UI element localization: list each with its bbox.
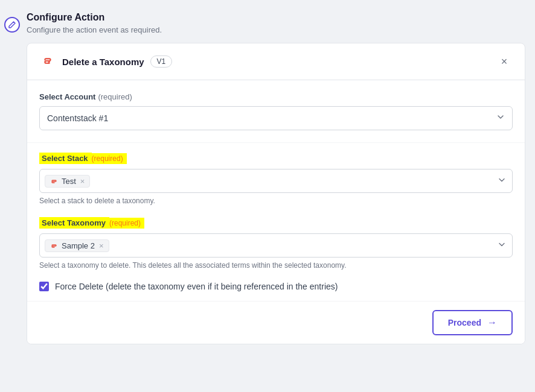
stack-tag-icon: [50, 177, 59, 185]
proceed-arrow-icon: →: [487, 317, 497, 328]
card-header: Delete a Taxonomy V1 ×: [27, 43, 525, 80]
page-title: Configure Action: [27, 12, 525, 23]
card-app-name: Delete a Taxonomy: [62, 57, 144, 67]
stack-hint: Select a stack to delete a taxonomy.: [39, 197, 513, 205]
stack-tag-close[interactable]: ×: [80, 177, 85, 185]
configure-card: Delete a Taxonomy V1 × Select Account(re…: [27, 43, 525, 344]
stack-tag-input[interactable]: Test ×: [39, 169, 513, 193]
stack-select-wrapper: Test ×: [39, 169, 513, 193]
stack-form-group: Select Stack(required) Test ×: [39, 153, 513, 205]
main-content: Configure Action Configure the action ev…: [24, 6, 535, 350]
force-delete-checkbox[interactable]: [39, 282, 49, 291]
app-logo-icon: [40, 54, 55, 69]
taxonomy-label: Select Taxonomy: [39, 217, 109, 229]
proceed-button[interactable]: Proceed →: [432, 310, 513, 335]
stack-required: (required): [92, 153, 127, 164]
account-label: Select Account(required): [39, 92, 513, 101]
account-form-group: Select Account(required) Contentstack #1: [39, 92, 513, 130]
taxonomy-tag: Sample 2 ×: [45, 239, 109, 252]
force-delete-label[interactable]: Force Delete (delete the taxonomy even i…: [39, 282, 513, 291]
taxonomy-required: (required): [109, 218, 144, 229]
taxonomy-chevron-icon: [498, 241, 506, 251]
taxonomy-hint: Select a taxonomy to delete. This delete…: [39, 261, 513, 270]
stepper-circle: [4, 17, 20, 33]
taxonomy-label-row: Select Taxonomy(required): [39, 217, 513, 229]
taxonomy-tag-icon: [50, 241, 59, 250]
card-body: Select Account(required) Contentstack #1: [27, 80, 525, 301]
stack-tag: Test ×: [45, 175, 90, 188]
stack-chevron-icon: [498, 176, 506, 186]
stack-label: Select Stack: [39, 153, 92, 164]
card-footer: Proceed →: [27, 301, 525, 344]
page-subtitle: Configure the action event as required.: [27, 25, 525, 34]
app-icon: [39, 53, 56, 70]
version-badge: V1: [150, 55, 173, 68]
card-header-left: Delete a Taxonomy V1: [39, 53, 172, 70]
taxonomy-tag-close[interactable]: ×: [99, 242, 104, 250]
account-select[interactable]: Contentstack #1: [39, 106, 513, 130]
taxonomy-form-group: Select Taxonomy(required) Sample 2 ×: [39, 217, 513, 270]
page-wrapper: Configure Action Configure the action ev…: [0, 0, 535, 392]
close-button[interactable]: ×: [496, 53, 513, 70]
taxonomy-select-wrapper: Sample 2 ×: [39, 233, 513, 258]
account-select-wrapper: Contentstack #1: [39, 106, 513, 130]
force-delete-section: Force Delete (delete the taxonomy even i…: [39, 282, 513, 301]
left-stepper: [0, 6, 24, 34]
taxonomy-tag-input[interactable]: Sample 2 ×: [39, 233, 513, 258]
edit-icon: [8, 21, 16, 29]
stack-label-row: Select Stack(required): [39, 153, 513, 164]
